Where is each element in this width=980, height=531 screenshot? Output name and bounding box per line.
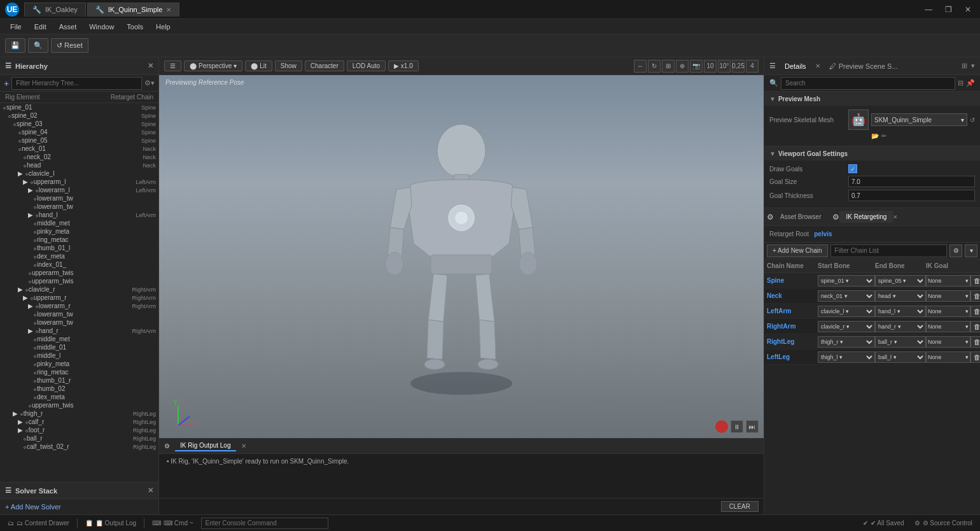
minimize-button[interactable]: — [921,4,936,15]
list-item[interactable]: ⬦ calf_twist_02_r RightLeg [0,442,158,451]
add-chain-button[interactable]: + Add New Chain [767,244,828,257]
menu-window[interactable]: Window [84,22,119,32]
details-close-icon[interactable]: ✕ [815,62,820,69]
chain-ik-goal-rightleg[interactable]: None▾ [926,336,970,348]
console-input[interactable] [201,518,328,529]
list-item[interactable]: ⬦ upperarm_twis [0,277,158,285]
details-pin-icon[interactable]: 📌 [966,79,975,87]
list-item[interactable]: ⬦ ring_metac [0,368,158,376]
chain-search-input[interactable] [830,244,947,257]
list-item[interactable]: ▶ ⬦ clavicle_r RightArm [0,285,158,294]
chain-start-bone-rightleg[interactable]: thigh_r ▾ [818,336,875,348]
source-control-button[interactable]: ⚙ ⚙ Source Control [912,518,975,528]
tab-ik-oakley[interactable]: 🔧 IK_Oakley [24,3,86,17]
list-item[interactable]: ⬦ thumb_02 [0,385,158,393]
list-item[interactable]: ⬦ middle_met [0,335,158,343]
hierarchy-search-input[interactable] [11,77,142,90]
log-clear-button[interactable]: CLEAR [721,501,759,512]
menu-edit[interactable]: Edit [29,22,52,32]
add-new-solver-button[interactable]: + Add New Solver [0,499,158,514]
list-item[interactable]: ▶ ⬦ foot_r RightLeg [0,426,158,434]
viewport[interactable]: Previewing Reference Pose [159,75,764,438]
list-item[interactable]: ⬦ neck_02 Neck [0,153,158,161]
draw-goals-checkbox[interactable]: ✓ [848,164,857,173]
chain-delete-rightleg[interactable]: 🗑 [970,336,980,348]
vp-scale-icon[interactable]: ⊞ [662,60,675,73]
menu-asset[interactable]: Asset [54,22,82,32]
chain-ik-goal-leftarm[interactable]: None▾ [926,306,970,317]
perspective-button[interactable]: ⬤ Perspective ▾ [184,60,242,71]
stop-button[interactable] [715,420,728,433]
hierarchy-close-icon[interactable]: ✕ [148,62,153,70]
list-item[interactable]: ⬦ lowerarm_tw [0,202,158,211]
details-layout-icon[interactable]: ⊞ [962,62,967,70]
menu-file[interactable]: File [5,22,27,32]
pause-button[interactable]: ⏸ [731,420,743,433]
browse-button[interactable]: 🔍 [28,38,48,53]
mesh-edit-icon[interactable]: ✏ [881,132,886,139]
cmd-button[interactable]: ⌨ ⌨ Cmd ~ [150,518,196,528]
list-item[interactable]: ⬦ head Neck [0,161,158,169]
list-item[interactable]: ⬦ ball_r RightLeg [0,434,158,442]
close-button[interactable]: ✕ [961,4,975,15]
list-item[interactable]: ⬦ pinky_meta [0,227,158,236]
chain-end-bone-neck[interactable]: head ▾ [875,290,926,302]
chain-start-bone-leftarm[interactable]: clavicle_l ▾ [818,306,875,317]
list-item[interactable]: ⬦ spine_05 Spine [0,136,158,145]
next-frame-button[interactable]: ⏭ [746,420,759,433]
mesh-dropdown[interactable]: SKM_Quinn_Simple ▾ [871,113,967,126]
chain-ik-goal-rightarm[interactable]: None▾ [926,321,970,332]
tab-asset-browser[interactable]: Asset Browser [774,211,827,223]
vp-zoom-icon[interactable]: 0,25 [732,60,745,73]
lod-button[interactable]: LOD Auto [347,60,386,71]
log-tab-close-icon[interactable]: ✕ [241,442,246,450]
chain-start-bone-neck[interactable]: neck_01 ▾ [818,290,875,302]
chain-delete-leftarm[interactable]: 🗑 [970,306,980,317]
chain-settings-icon[interactable]: ⚙ [949,244,962,257]
list-item[interactable]: ▶ ⬦ calf_r RightLeg [0,418,158,426]
list-item[interactable]: ⬦ middle_l [0,351,158,360]
list-item[interactable]: ⬦ neck_01 Neck [0,145,158,153]
list-item[interactable]: ⬦ spine_02 Spine [0,111,158,120]
vp-grid-icon[interactable]: 10 [704,60,717,73]
chain-end-bone-leftarm[interactable]: hand_l ▾ [875,306,926,317]
viewport-menu-button[interactable]: ☰ [164,60,181,71]
mesh-browse-icon[interactable]: 📂 [871,132,879,139]
list-item[interactable]: ⬦ thumb_01_r [0,376,158,385]
output-log-button[interactable]: 📋 📋 Output Log [83,518,139,528]
list-item[interactable]: ⬦ upperarm_twis [0,401,158,409]
reset-button[interactable]: ↺ Reset [51,38,88,53]
mesh-reset-icon[interactable]: ↺ [970,117,975,124]
chain-menu-icon[interactable]: ▾ [965,244,977,257]
list-item[interactable]: ⬦ pinky_meta [0,360,158,368]
chain-end-bone-rightleg[interactable]: ball_r ▾ [875,336,926,348]
log-tab-ik-output[interactable]: IK Rig Output Log [175,441,236,451]
character-button[interactable]: Character [305,60,344,71]
list-item[interactable]: ⬦ lowerarm_tw [0,310,158,318]
preview-mesh-section-header[interactable]: ▼ Preview Mesh [764,92,980,106]
lit-button[interactable]: ⬤ Lit [245,60,272,71]
details-search-input[interactable] [781,77,955,90]
show-button[interactable]: Show [275,60,302,71]
list-item[interactable]: ⬦ dex_meta [0,393,158,401]
tab-preview-scene[interactable]: 🖊 Preview Scene S... [824,61,903,71]
viewport-goal-section-header[interactable]: ▼ Viewport Goal Settings [764,146,980,160]
all-saved-status[interactable]: ✔ ✔ All Saved [860,518,906,528]
list-item[interactable]: ⬦ dex_meta [0,252,158,260]
vp-camera-icon[interactable]: 📷 [690,60,703,73]
list-item[interactable]: ▶ ⬦ thigh_r RightLeg [0,409,158,418]
list-item[interactable]: ⬦ middle_met [0,219,158,227]
list-item[interactable]: ▶ ⬦ clavicle_l [0,169,158,178]
list-item[interactable]: ⬦ spine_04 Spine [0,128,158,136]
chain-delete-rightarm[interactable]: 🗑 [970,321,980,332]
save-button[interactable]: 💾 [5,38,25,53]
chain-delete-neck[interactable]: 🗑 [970,290,980,302]
tab-ik-quinn[interactable]: 🔧 IK_Quinn_Simple ✕ [87,3,180,17]
list-item[interactable]: ▶ ⬦ hand_l LeftArm [0,211,158,219]
list-item[interactable]: ⬦ spine_03 Spine [0,120,158,128]
tab-close-icon[interactable]: ✕ [166,6,171,13]
hierarchy-settings-icon[interactable]: ⚙▾ [144,79,155,87]
list-item[interactable]: ▶ ⬦ lowerarm_r RightArm [0,302,158,310]
details-columns-icon[interactable]: ⊟ [958,79,963,87]
list-item[interactable]: ⬦ lowerarm_tw [0,194,158,202]
